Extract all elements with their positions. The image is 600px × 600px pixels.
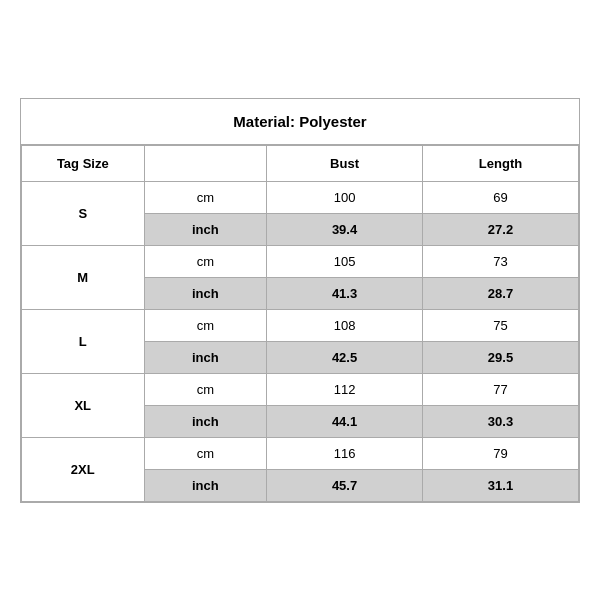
unit-inch: inch bbox=[144, 341, 267, 373]
size-cell: 2XL bbox=[22, 437, 145, 501]
size-chart: Material: Polyester Tag Size Bust Length… bbox=[20, 98, 580, 503]
length-inch: 30.3 bbox=[423, 405, 579, 437]
bust-inch: 44.1 bbox=[267, 405, 423, 437]
table-row: XLcm11277 bbox=[22, 373, 579, 405]
size-cell: S bbox=[22, 181, 145, 245]
size-table: Tag Size Bust Length Scm10069inch39.427.… bbox=[21, 145, 579, 502]
header-length: Length bbox=[423, 145, 579, 181]
header-unit bbox=[144, 145, 267, 181]
unit-cm: cm bbox=[144, 373, 267, 405]
bust-inch: 45.7 bbox=[267, 469, 423, 501]
length-inch: 28.7 bbox=[423, 277, 579, 309]
size-cell: M bbox=[22, 245, 145, 309]
table-row: Scm10069 bbox=[22, 181, 579, 213]
title: Material: Polyester bbox=[21, 99, 579, 145]
length-cm: 73 bbox=[423, 245, 579, 277]
size-cell: L bbox=[22, 309, 145, 373]
table-row: Mcm10573 bbox=[22, 245, 579, 277]
length-cm: 79 bbox=[423, 437, 579, 469]
unit-cm: cm bbox=[144, 181, 267, 213]
unit-inch: inch bbox=[144, 469, 267, 501]
table-row: 2XLcm11679 bbox=[22, 437, 579, 469]
unit-cm: cm bbox=[144, 437, 267, 469]
unit-cm: cm bbox=[144, 245, 267, 277]
bust-inch: 39.4 bbox=[267, 213, 423, 245]
unit-inch: inch bbox=[144, 277, 267, 309]
bust-inch: 41.3 bbox=[267, 277, 423, 309]
bust-cm: 116 bbox=[267, 437, 423, 469]
length-inch: 29.5 bbox=[423, 341, 579, 373]
bust-inch: 42.5 bbox=[267, 341, 423, 373]
length-cm: 77 bbox=[423, 373, 579, 405]
length-cm: 69 bbox=[423, 181, 579, 213]
length-inch: 31.1 bbox=[423, 469, 579, 501]
bust-cm: 108 bbox=[267, 309, 423, 341]
bust-cm: 100 bbox=[267, 181, 423, 213]
bust-cm: 105 bbox=[267, 245, 423, 277]
size-cell: XL bbox=[22, 373, 145, 437]
unit-inch: inch bbox=[144, 213, 267, 245]
length-cm: 75 bbox=[423, 309, 579, 341]
unit-inch: inch bbox=[144, 405, 267, 437]
header-bust: Bust bbox=[267, 145, 423, 181]
length-inch: 27.2 bbox=[423, 213, 579, 245]
table-row: Lcm10875 bbox=[22, 309, 579, 341]
unit-cm: cm bbox=[144, 309, 267, 341]
header-tag-size: Tag Size bbox=[22, 145, 145, 181]
bust-cm: 112 bbox=[267, 373, 423, 405]
